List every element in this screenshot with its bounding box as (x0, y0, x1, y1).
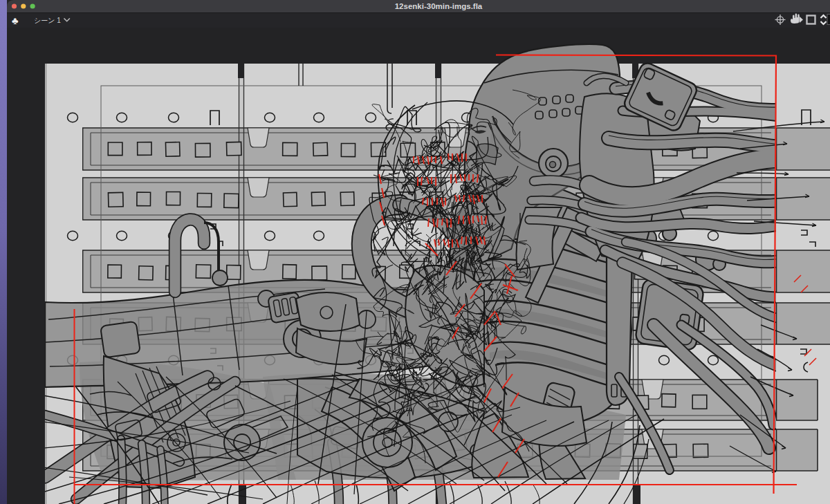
svg-text:シーン 1: シーン 1 (34, 17, 61, 24)
svg-text:12senki-30min-imgs.fla: 12senki-30min-imgs.fla (395, 2, 483, 10)
svg-text:♣: ♣ (12, 15, 19, 26)
